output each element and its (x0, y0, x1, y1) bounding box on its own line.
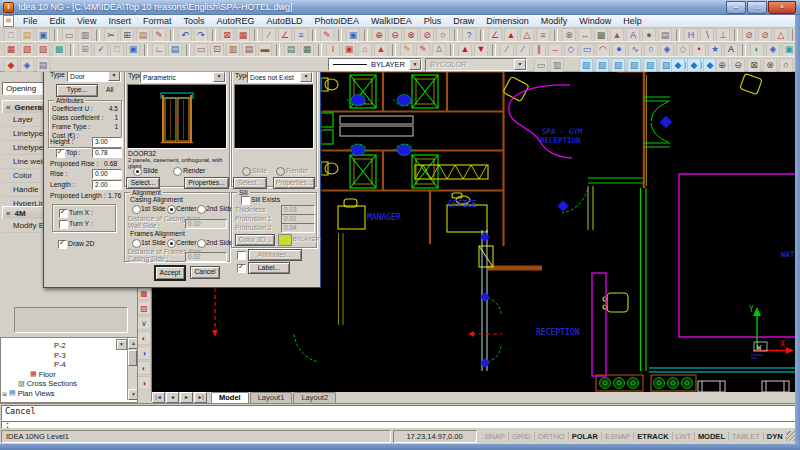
casing-2nd-side-radio[interactable] (197, 205, 206, 214)
tool-icon[interactable]: ◐ (137, 361, 151, 375)
arrow-icon[interactable]: → (548, 43, 562, 57)
open-icon[interactable]: ▤ (20, 28, 34, 42)
select-button[interactable]: Select... (126, 177, 160, 189)
rotate-icon[interactable]: ◐ (750, 43, 764, 57)
menu-item[interactable]: Window (573, 16, 617, 26)
window-icon[interactable]: ▥ (226, 43, 240, 57)
copy-icon[interactable]: ⊞ (120, 28, 134, 42)
tool-icon[interactable]: ◑ (137, 376, 151, 390)
view-front-icon[interactable]: ▧ (643, 58, 657, 72)
layers-icon[interactable]: ≡ (294, 28, 308, 42)
text-icon[interactable]: A (724, 43, 738, 57)
menu-item[interactable]: Insert (102, 16, 137, 26)
roof-icon[interactable]: ⌂ (358, 43, 372, 57)
zoom-window-icon[interactable]: ⊗ (404, 28, 418, 42)
diamond2-icon[interactable]: ◇ (676, 43, 690, 57)
layer-color-combo[interactable]: BYLAYER ▼ (328, 58, 422, 71)
attributes-checkbox[interactable] (237, 251, 246, 260)
chevron-down-icon[interactable]: ▼ (213, 72, 225, 82)
tree-item[interactable]: P-3 (1, 351, 137, 361)
status-toggle[interactable]: SNAP (482, 432, 509, 441)
tree-item[interactable]: ▦ Floor (1, 370, 137, 380)
label-checkbox[interactable] (237, 264, 246, 273)
print-icon[interactable]: ▭ (62, 28, 76, 42)
draw-line2-icon[interactable]: ∕ (516, 43, 530, 57)
pan-icon[interactable]: ○ (436, 28, 450, 42)
cancel-button[interactable]: Cancel (190, 266, 220, 279)
tree-item[interactable]: P-4 (1, 360, 137, 370)
door2-icon[interactable]: ⊡ (210, 43, 224, 57)
menu-item[interactable]: AutoREG (210, 16, 260, 26)
menu-item[interactable]: Help (617, 16, 648, 26)
zoom-window2-icon[interactable]: ⊠ (747, 58, 761, 72)
menu-item[interactable]: Dimension (480, 16, 535, 26)
zoom-extents-icon[interactable]: ⊘ (420, 28, 434, 42)
status-toggle[interactable]: MODEL (695, 432, 729, 441)
turn-x-checkbox[interactable] (59, 209, 68, 218)
render-icon[interactable]: ▥ (550, 58, 564, 72)
draw-line-icon[interactable]: ∕ (500, 43, 514, 57)
close-icon[interactable]: × (116, 339, 127, 350)
tool-icon[interactable]: ⊥ (716, 28, 730, 42)
rise-field[interactable]: 0.00 (92, 169, 122, 179)
label-button[interactable]: Label... (248, 262, 290, 274)
ellipse-icon[interactable]: ○ (644, 43, 658, 57)
tool-icon[interactable]: ▲ (610, 28, 624, 42)
tool-icon[interactable]: ● (642, 28, 656, 42)
plot-style-icon[interactable]: ▭ (534, 58, 548, 72)
view-top-icon[interactable]: ▧ (579, 58, 593, 72)
status-toggle[interactable]: GRID (509, 432, 535, 441)
area-tool-icon[interactable]: △ (520, 28, 534, 42)
opening-icon[interactable]: ▤ (242, 43, 256, 57)
frames-1st-side-radio[interactable] (132, 239, 141, 248)
shutters-type-combo[interactable]: Does not Exist ▼ (247, 71, 313, 83)
tool-icon[interactable]: ◈ (20, 58, 34, 72)
top-field[interactable]: 0.78 (92, 148, 122, 158)
new-icon[interactable]: □ (4, 28, 18, 42)
status-toggle[interactable]: ORTHO (535, 432, 569, 441)
type-button[interactable]: Type... (56, 84, 98, 97)
menu-item[interactable]: Edit (44, 16, 72, 26)
point-icon[interactable]: • (692, 43, 706, 57)
command-history[interactable]: Cancel (1, 405, 798, 421)
list-tool-icon[interactable]: ≡ (536, 28, 550, 42)
stairs-icon[interactable]: ▤ (284, 43, 298, 57)
slope-icon[interactable]: ∆ (432, 43, 446, 57)
chevron-down-icon[interactable]: ▼ (300, 72, 312, 82)
polygon-icon[interactable]: ◇ (564, 43, 578, 57)
no-tool-icon[interactable]: ⊘ (742, 28, 756, 42)
tool-icon[interactable]: ↔ (578, 28, 592, 42)
zoom-realtime-icon[interactable]: ⊕ (715, 58, 729, 72)
menu-item[interactable]: Modify (535, 16, 574, 26)
menu-item[interactable]: AutoBLD (260, 16, 308, 26)
save-icon[interactable]: ▣ (36, 28, 50, 42)
help-icon[interactable]: ? (462, 28, 476, 42)
properties-button[interactable]: Properties... (184, 177, 229, 189)
render-radio[interactable] (173, 167, 182, 176)
tool-icon[interactable]: ▤ (658, 28, 672, 42)
sill-exists-checkbox[interactable] (241, 196, 250, 205)
menu-item[interactable]: Tools (177, 16, 210, 26)
layout-tab[interactable]: Model (211, 392, 249, 403)
tree-item[interactable]: ⊞ ▤ Plan Views (1, 389, 137, 399)
menu-item[interactable]: Plus (418, 16, 448, 26)
menu-item[interactable]: View (71, 16, 102, 26)
tool-icon[interactable]: ▤ (36, 58, 50, 72)
undo-icon[interactable]: ↶ (178, 28, 192, 42)
view-left-icon[interactable]: ▧ (611, 58, 625, 72)
view-ne-iso-icon[interactable]: ◆ (671, 58, 685, 72)
scroll-down-icon[interactable]: ▼ (128, 389, 138, 400)
sketch-icon[interactable]: ✎ (320, 28, 334, 42)
star-icon[interactable]: ★ (708, 43, 722, 57)
tool-icon[interactable]: ⊗ (562, 28, 576, 42)
zoom-dynamic-icon[interactable]: ○ (779, 58, 793, 72)
tab-nav-button[interactable]: ◄ (166, 392, 179, 403)
frames-2nd-side-radio[interactable] (197, 239, 206, 248)
height-field[interactable]: 3.00 (92, 137, 122, 147)
wall3-icon[interactable]: ▨ (36, 43, 50, 57)
status-toggle[interactable]: POLAR (569, 432, 602, 441)
down-icon[interactable]: ▼ (474, 43, 488, 57)
zoom-in-icon[interactable]: ⊕ (372, 28, 386, 42)
tab-nav-button[interactable]: ► (180, 392, 193, 403)
select-icon[interactable]: ⊠ (220, 28, 234, 42)
